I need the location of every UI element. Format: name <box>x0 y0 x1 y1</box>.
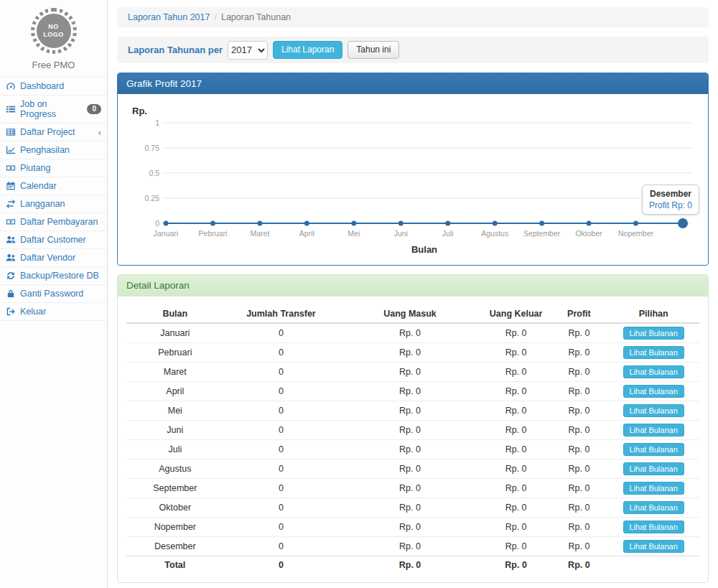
sidebar-item-ganti-password[interactable]: Ganti Password <box>0 285 107 303</box>
svg-text:Maret: Maret <box>250 229 269 238</box>
detail-report-panel-body: BulanJumlah TransferUang MasukUang Kelua… <box>118 297 708 582</box>
svg-text:0.75: 0.75 <box>145 144 160 152</box>
view-monthly-button-juli[interactable]: Lihat Bulanan <box>623 443 684 456</box>
sidebar-item-piutang[interactable]: Piutang <box>0 159 107 177</box>
cell-bulan: Agustus <box>126 459 224 479</box>
table-row-mei: Mei0Rp. 0Rp. 0Rp. 0Lihat Bulanan <box>126 401 699 421</box>
cell-bulan: Nopember <box>126 518 224 537</box>
sidebar-item-job-on-progress[interactable]: Job on Progress0 <box>0 95 107 123</box>
cell-keluar: Rp. 0 <box>482 556 551 574</box>
chart-tooltip-value: Profit Rp: 0 <box>649 200 692 210</box>
profit-chart-panel-title: Grafik Profit 2017 <box>118 73 708 94</box>
cell-bulan: Mei <box>126 401 224 421</box>
sidebar-item-label: Penghasilan <box>20 145 70 155</box>
view-monthly-button-september[interactable]: Lihat Bulanan <box>623 482 684 495</box>
sidebar-item-daftar-project[interactable]: Daftar Project‹ <box>0 123 107 141</box>
cell-pilihan: Lihat Bulanan <box>607 401 699 421</box>
cell-masuk: Rp. 0 <box>338 498 482 518</box>
table-body: Januari0Rp. 0Rp. 0Rp. 0Lihat BulananPebr… <box>126 323 699 574</box>
cell-transfer: 0 <box>224 343 339 363</box>
profit-chart[interactable]: 00.250.50.751Rp.JanuariPebruariMaretApri… <box>126 103 699 256</box>
view-monthly-button-desember[interactable]: Lihat Bulanan <box>623 540 684 553</box>
cell-transfer: 0 <box>224 323 339 343</box>
sidebar-item-label: Dashboard <box>20 81 64 91</box>
gauge-icon <box>6 81 16 91</box>
cell-masuk: Rp. 0 <box>338 459 482 479</box>
cell-bulan: Pebruari <box>126 343 224 363</box>
svg-text:Juni: Juni <box>394 229 408 238</box>
sidebar-item-penghasilan[interactable]: Penghasilan <box>0 141 107 159</box>
sidebar-item-backup-restore-db[interactable]: Backup/Restore DB <box>0 267 107 285</box>
detail-report-panel: Detail Laporan BulanJumlah TransferUang … <box>117 274 709 583</box>
cell-keluar: Rp. 0 <box>482 382 551 401</box>
cell-profit: Rp. 0 <box>551 459 608 479</box>
sidebar-item-label: Daftar Pembayaran <box>20 217 98 227</box>
cell-keluar: Rp. 0 <box>482 479 551 498</box>
column-header-profit: Profit <box>551 305 608 323</box>
svg-text:0.5: 0.5 <box>149 169 159 177</box>
svg-text:0.25: 0.25 <box>145 194 160 202</box>
cell-masuk: Rp. 0 <box>338 479 482 498</box>
sidebar-item-label: Daftar Project <box>20 127 75 137</box>
sidebar-menu: DashboardJob on Progress0Daftar Project‹… <box>0 77 107 321</box>
chevron-left-icon: ‹ <box>98 128 101 137</box>
report-filter-bar: Laporan Tahunan per 2017 Lihat Laporan T… <box>117 37 709 63</box>
money-icon <box>6 217 16 227</box>
app-root: NO LOGO Free PMO DashboardJob on Progres… <box>0 0 718 588</box>
sidebar-item-dashboard[interactable]: Dashboard <box>0 78 107 95</box>
calendar-icon <box>6 181 16 191</box>
cell-profit: Rp. 0 <box>551 363 608 382</box>
view-monthly-button-nopember[interactable]: Lihat Bulanan <box>623 521 684 533</box>
cell-pilihan <box>607 556 699 574</box>
view-monthly-button-juni[interactable]: Lihat Bulanan <box>623 424 684 437</box>
view-monthly-button-januari[interactable]: Lihat Bulanan <box>623 327 684 340</box>
sidebar-item-label: Daftar Vendor <box>20 253 75 263</box>
table-header-row: BulanJumlah TransferUang MasukUang Kelua… <box>126 305 699 323</box>
svg-text:September: September <box>523 229 561 238</box>
cell-transfer: 0 <box>224 556 339 574</box>
year-select[interactable]: 2017 <box>228 41 268 60</box>
main-wrapper: NO LOGO Free PMO DashboardJob on Progres… <box>0 0 718 588</box>
sidebar-item-daftar-pembayaran[interactable]: Daftar Pembayaran <box>0 213 107 231</box>
cell-keluar: Rp. 0 <box>482 518 551 537</box>
cell-transfer: 0 <box>224 518 339 537</box>
users-icon <box>6 253 16 263</box>
sidebar-item-keluar[interactable]: Keluar <box>0 303 107 321</box>
view-monthly-button-maret[interactable]: Lihat Bulanan <box>623 365 684 378</box>
svg-text:Oktober: Oktober <box>575 229 602 238</box>
table-row-juni: Juni0Rp. 0Rp. 0Rp. 0Lihat Bulanan <box>126 421 699 440</box>
cell-keluar: Rp. 0 <box>482 421 551 440</box>
sidebar-item-daftar-vendor[interactable]: Daftar Vendor <box>0 249 107 267</box>
svg-text:1: 1 <box>155 118 159 127</box>
sidebar-item-langganan[interactable]: Langganan <box>0 195 107 213</box>
svg-text:Januari: Januari <box>154 229 178 238</box>
filter-label: Laporan Tahunan per <box>128 45 223 55</box>
breadcrumb: Laporan Tahun 2017/Laporan Tahunan <box>117 7 709 27</box>
sign-out-icon <box>6 307 16 317</box>
view-monthly-button-oktober[interactable]: Lihat Bulanan <box>623 501 684 514</box>
cell-bulan: Juli <box>126 440 224 459</box>
cell-bulan: Desember <box>126 537 224 556</box>
table-total-row: Total0Rp. 0Rp. 0Rp. 0 <box>126 556 699 574</box>
cell-masuk: Rp. 0 <box>338 343 482 363</box>
cell-profit: Rp. 0 <box>551 421 608 440</box>
view-report-button[interactable]: Lihat Laporan <box>273 41 342 59</box>
cell-transfer: 0 <box>224 382 339 401</box>
cell-profit: Rp. 0 <box>551 498 608 518</box>
view-monthly-button-agustus[interactable]: Lihat Bulanan <box>623 462 684 475</box>
profit-line-chart-canvas[interactable]: 00.250.50.751Rp.JanuariPebruariMaretApri… <box>126 103 699 256</box>
this-year-button[interactable]: Tahun ini <box>348 41 399 59</box>
sidebar-item-calendar[interactable]: Calendar <box>0 177 107 195</box>
svg-text:Bulan: Bulan <box>411 244 437 255</box>
cell-profit: Rp. 0 <box>551 537 608 556</box>
table-row-oktober: Oktober0Rp. 0Rp. 0Rp. 0Lihat Bulanan <box>126 498 699 518</box>
table-row-januari: Januari0Rp. 0Rp. 0Rp. 0Lihat Bulanan <box>126 323 699 343</box>
logo-line2: LOGO <box>43 31 64 39</box>
cell-bulan: Oktober <box>126 498 224 518</box>
breadcrumb-link-laporan-tahun[interactable]: Laporan Tahun 2017 <box>128 12 210 22</box>
cell-keluar: Rp. 0 <box>482 537 551 556</box>
view-monthly-button-pebruari[interactable]: Lihat Bulanan <box>623 346 684 359</box>
sidebar-item-daftar-customer[interactable]: Daftar Customer <box>0 231 107 249</box>
view-monthly-button-mei[interactable]: Lihat Bulanan <box>623 404 684 417</box>
view-monthly-button-april[interactable]: Lihat Bulanan <box>623 385 684 398</box>
